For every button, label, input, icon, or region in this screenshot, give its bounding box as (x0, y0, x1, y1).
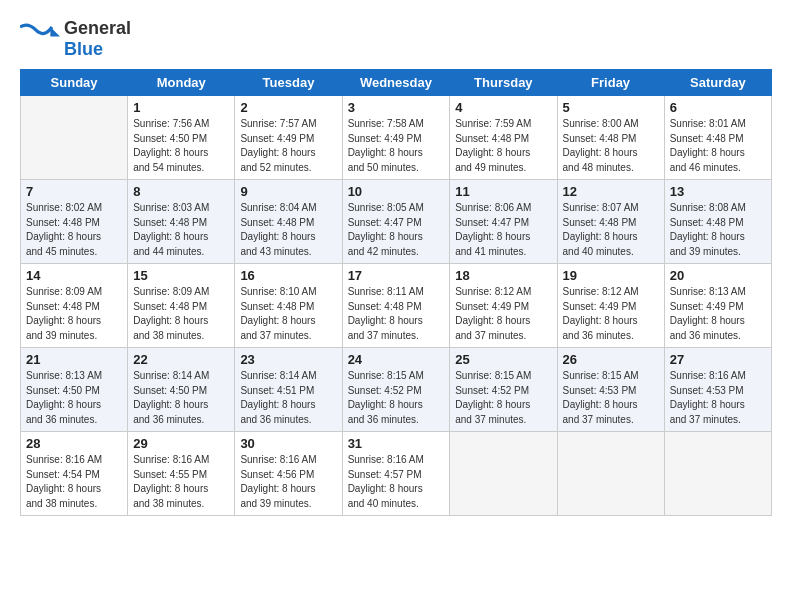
day-number: 15 (133, 268, 229, 283)
day-info: Sunrise: 7:56 AMSunset: 4:50 PMDaylight:… (133, 117, 229, 175)
day-number: 7 (26, 184, 122, 199)
day-number: 30 (240, 436, 336, 451)
page-header: GeneralBlue (20, 18, 772, 59)
calendar-week-row: 1Sunrise: 7:56 AMSunset: 4:50 PMDaylight… (21, 96, 772, 180)
day-number: 18 (455, 268, 551, 283)
calendar-cell: 6Sunrise: 8:01 AMSunset: 4:48 PMDaylight… (664, 96, 771, 180)
day-number: 3 (348, 100, 445, 115)
day-number: 19 (563, 268, 659, 283)
calendar-cell: 4Sunrise: 7:59 AMSunset: 4:48 PMDaylight… (450, 96, 557, 180)
calendar-cell (664, 432, 771, 516)
day-info: Sunrise: 8:15 AMSunset: 4:52 PMDaylight:… (348, 369, 445, 427)
calendar-week-row: 21Sunrise: 8:13 AMSunset: 4:50 PMDayligh… (21, 348, 772, 432)
logo: GeneralBlue (20, 18, 131, 59)
calendar-cell: 5Sunrise: 8:00 AMSunset: 4:48 PMDaylight… (557, 96, 664, 180)
day-number: 31 (348, 436, 445, 451)
day-number: 4 (455, 100, 551, 115)
calendar-cell: 31Sunrise: 8:16 AMSunset: 4:57 PMDayligh… (342, 432, 450, 516)
day-info: Sunrise: 8:16 AMSunset: 4:57 PMDaylight:… (348, 453, 445, 511)
day-info: Sunrise: 8:06 AMSunset: 4:47 PMDaylight:… (455, 201, 551, 259)
day-info: Sunrise: 8:15 AMSunset: 4:52 PMDaylight:… (455, 369, 551, 427)
calendar-dow-tuesday: Tuesday (235, 70, 342, 96)
day-info: Sunrise: 8:12 AMSunset: 4:49 PMDaylight:… (455, 285, 551, 343)
calendar-cell: 24Sunrise: 8:15 AMSunset: 4:52 PMDayligh… (342, 348, 450, 432)
day-info: Sunrise: 8:07 AMSunset: 4:48 PMDaylight:… (563, 201, 659, 259)
day-number: 24 (348, 352, 445, 367)
calendar-cell: 23Sunrise: 8:14 AMSunset: 4:51 PMDayligh… (235, 348, 342, 432)
logo: GeneralBlue (20, 18, 131, 59)
calendar-cell: 7Sunrise: 8:02 AMSunset: 4:48 PMDaylight… (21, 180, 128, 264)
day-info: Sunrise: 8:03 AMSunset: 4:48 PMDaylight:… (133, 201, 229, 259)
day-info: Sunrise: 8:08 AMSunset: 4:48 PMDaylight:… (670, 201, 766, 259)
day-number: 6 (670, 100, 766, 115)
day-info: Sunrise: 8:16 AMSunset: 4:56 PMDaylight:… (240, 453, 336, 511)
calendar-week-row: 14Sunrise: 8:09 AMSunset: 4:48 PMDayligh… (21, 264, 772, 348)
calendar-cell: 13Sunrise: 8:08 AMSunset: 4:48 PMDayligh… (664, 180, 771, 264)
calendar-dow-wednesday: Wednesday (342, 70, 450, 96)
logo-text: GeneralBlue (64, 18, 131, 59)
calendar-dow-saturday: Saturday (664, 70, 771, 96)
calendar-cell: 14Sunrise: 8:09 AMSunset: 4:48 PMDayligh… (21, 264, 128, 348)
calendar-cell: 30Sunrise: 8:16 AMSunset: 4:56 PMDayligh… (235, 432, 342, 516)
day-info: Sunrise: 8:09 AMSunset: 4:48 PMDaylight:… (133, 285, 229, 343)
day-number: 21 (26, 352, 122, 367)
day-info: Sunrise: 8:13 AMSunset: 4:49 PMDaylight:… (670, 285, 766, 343)
calendar-cell: 3Sunrise: 7:58 AMSunset: 4:49 PMDaylight… (342, 96, 450, 180)
day-number: 26 (563, 352, 659, 367)
calendar-dow-sunday: Sunday (21, 70, 128, 96)
calendar-cell: 29Sunrise: 8:16 AMSunset: 4:55 PMDayligh… (128, 432, 235, 516)
day-number: 20 (670, 268, 766, 283)
day-info: Sunrise: 8:01 AMSunset: 4:48 PMDaylight:… (670, 117, 766, 175)
calendar-cell: 2Sunrise: 7:57 AMSunset: 4:49 PMDaylight… (235, 96, 342, 180)
day-number: 8 (133, 184, 229, 199)
day-info: Sunrise: 8:16 AMSunset: 4:55 PMDaylight:… (133, 453, 229, 511)
day-number: 22 (133, 352, 229, 367)
day-number: 23 (240, 352, 336, 367)
day-info: Sunrise: 8:14 AMSunset: 4:50 PMDaylight:… (133, 369, 229, 427)
day-number: 10 (348, 184, 445, 199)
calendar-cell: 26Sunrise: 8:15 AMSunset: 4:53 PMDayligh… (557, 348, 664, 432)
calendar-dow-thursday: Thursday (450, 70, 557, 96)
calendar-cell: 18Sunrise: 8:12 AMSunset: 4:49 PMDayligh… (450, 264, 557, 348)
day-number: 2 (240, 100, 336, 115)
calendar-cell: 15Sunrise: 8:09 AMSunset: 4:48 PMDayligh… (128, 264, 235, 348)
calendar-cell: 17Sunrise: 8:11 AMSunset: 4:48 PMDayligh… (342, 264, 450, 348)
calendar-cell: 16Sunrise: 8:10 AMSunset: 4:48 PMDayligh… (235, 264, 342, 348)
calendar-cell: 25Sunrise: 8:15 AMSunset: 4:52 PMDayligh… (450, 348, 557, 432)
day-number: 25 (455, 352, 551, 367)
day-info: Sunrise: 8:12 AMSunset: 4:49 PMDaylight:… (563, 285, 659, 343)
day-info: Sunrise: 8:13 AMSunset: 4:50 PMDaylight:… (26, 369, 122, 427)
calendar-cell: 22Sunrise: 8:14 AMSunset: 4:50 PMDayligh… (128, 348, 235, 432)
calendar-cell (557, 432, 664, 516)
day-info: Sunrise: 8:16 AMSunset: 4:54 PMDaylight:… (26, 453, 122, 511)
day-info: Sunrise: 7:58 AMSunset: 4:49 PMDaylight:… (348, 117, 445, 175)
calendar-cell: 19Sunrise: 8:12 AMSunset: 4:49 PMDayligh… (557, 264, 664, 348)
calendar-cell: 20Sunrise: 8:13 AMSunset: 4:49 PMDayligh… (664, 264, 771, 348)
day-number: 9 (240, 184, 336, 199)
calendar-cell: 8Sunrise: 8:03 AMSunset: 4:48 PMDaylight… (128, 180, 235, 264)
day-number: 28 (26, 436, 122, 451)
calendar-table: SundayMondayTuesdayWednesdayThursdayFrid… (20, 69, 772, 516)
calendar-week-row: 7Sunrise: 8:02 AMSunset: 4:48 PMDaylight… (21, 180, 772, 264)
day-info: Sunrise: 8:15 AMSunset: 4:53 PMDaylight:… (563, 369, 659, 427)
calendar-cell: 9Sunrise: 8:04 AMSunset: 4:48 PMDaylight… (235, 180, 342, 264)
day-number: 11 (455, 184, 551, 199)
day-info: Sunrise: 8:09 AMSunset: 4:48 PMDaylight:… (26, 285, 122, 343)
day-number: 14 (26, 268, 122, 283)
day-number: 29 (133, 436, 229, 451)
calendar-cell (450, 432, 557, 516)
day-info: Sunrise: 8:05 AMSunset: 4:47 PMDaylight:… (348, 201, 445, 259)
calendar-cell: 11Sunrise: 8:06 AMSunset: 4:47 PMDayligh… (450, 180, 557, 264)
day-number: 13 (670, 184, 766, 199)
calendar-cell: 27Sunrise: 8:16 AMSunset: 4:53 PMDayligh… (664, 348, 771, 432)
calendar-cell: 28Sunrise: 8:16 AMSunset: 4:54 PMDayligh… (21, 432, 128, 516)
day-number: 1 (133, 100, 229, 115)
day-number: 12 (563, 184, 659, 199)
day-number: 27 (670, 352, 766, 367)
calendar-cell: 1Sunrise: 7:56 AMSunset: 4:50 PMDaylight… (128, 96, 235, 180)
calendar-cell: 12Sunrise: 8:07 AMSunset: 4:48 PMDayligh… (557, 180, 664, 264)
day-info: Sunrise: 8:11 AMSunset: 4:48 PMDaylight:… (348, 285, 445, 343)
calendar-dow-friday: Friday (557, 70, 664, 96)
day-info: Sunrise: 7:59 AMSunset: 4:48 PMDaylight:… (455, 117, 551, 175)
day-info: Sunrise: 8:02 AMSunset: 4:48 PMDaylight:… (26, 201, 122, 259)
